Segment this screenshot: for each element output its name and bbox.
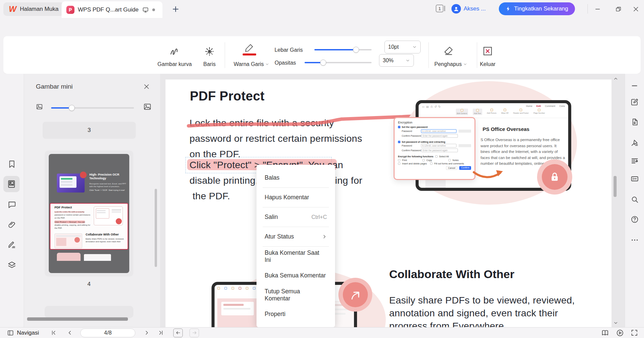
draw-curve-button[interactable] <box>161 43 188 60</box>
checkbox-icon[interactable] <box>448 159 451 161</box>
page-4-thumbnail[interactable]: High- Precision OCR Technology Recognize… <box>45 151 133 276</box>
opacity-value-dropdown[interactable]: 30% <box>379 54 414 67</box>
help-icon[interactable] <box>630 215 639 224</box>
sidebar-comments-icon[interactable] <box>7 200 17 209</box>
wps-logo: W <box>9 4 17 14</box>
encryption-dialog: Encryption ✓Set the open password Passwo… <box>394 117 475 180</box>
doc-scroll-up-arrow[interactable] <box>612 75 619 82</box>
panel-close-icon[interactable] <box>142 83 151 91</box>
thumb-protect-line: Click 'Protect' > 'Encrypt'. You can <box>54 221 85 223</box>
password-input[interactable]: 6-128 bit, case sensitive <box>421 129 457 133</box>
laptop-card <box>221 302 254 315</box>
last-page-button[interactable] <box>156 329 166 337</box>
panel-horizontal-scrollbar[interactable] <box>27 317 128 321</box>
export-doc-icon[interactable] <box>630 117 639 126</box>
page-4-preview: High- Precision OCR Technology Recognize… <box>49 154 129 273</box>
checkbox-checked-icon[interactable]: ✓ <box>398 126 400 128</box>
window-count-badge[interactable]: 1 <box>436 5 445 12</box>
restore-button[interactable] <box>614 5 623 14</box>
more-tools-icon[interactable] <box>630 235 639 244</box>
sidebar-thumbnails-icon[interactable] <box>3 176 20 192</box>
thumb-ocr-line: Recognize scanned text, Excel, and PPT <box>89 182 126 185</box>
next-page-button[interactable] <box>141 329 152 337</box>
account-avatar[interactable] <box>451 4 461 14</box>
collapse-handle-icon[interactable] <box>632 85 637 86</box>
eraser-button[interactable] <box>438 44 459 58</box>
line-width-slider[interactable] <box>314 49 372 50</box>
sidebar-bookmark-icon[interactable] <box>7 159 17 169</box>
checkbox-icon[interactable] <box>430 162 432 165</box>
confirm-mini-button[interactable]: Confirm <box>459 166 471 170</box>
panel-vertical-scrollbar[interactable] <box>155 189 157 267</box>
checkbox-icon[interactable] <box>422 159 425 161</box>
edit-note-icon[interactable] <box>630 97 639 106</box>
read-mode-icon[interactable] <box>600 329 610 337</box>
checkbox-icon[interactable] <box>435 155 438 158</box>
view-forward-button[interactable] <box>190 329 199 337</box>
fullscreen-icon[interactable] <box>629 329 639 337</box>
monitor-icon <box>142 6 149 13</box>
new-tab-button[interactable] <box>171 5 180 14</box>
play-presentation-icon[interactable] <box>615 329 625 337</box>
opacity-slider[interactable] <box>305 62 372 63</box>
thumb-protect-line: password or restrict certain permissions <box>54 213 90 216</box>
line-width-slider-thumb[interactable] <box>353 47 359 53</box>
signature-pen-icon[interactable] <box>630 138 639 147</box>
ctx-salin[interactable]: SalinCtrl+C <box>257 207 335 227</box>
ctx-tutup-semua-komentar[interactable]: Tutup Semua Komentar <box>257 285 335 305</box>
close-button[interactable] <box>631 5 640 14</box>
draw-line-button[interactable] <box>199 43 220 60</box>
sidebar-signature-icon[interactable] <box>7 240 17 250</box>
sidebar-layers-icon[interactable] <box>7 261 17 270</box>
form-field-icon[interactable] <box>630 174 639 183</box>
ctx-properti[interactable]: Properti <box>257 305 335 324</box>
minimize-button[interactable] <box>593 5 602 14</box>
upgrade-button[interactable]: Tingkatkan Sekarang <box>499 2 575 15</box>
line-width-label: Lebar Garis <box>274 47 303 53</box>
thumb-collab-line: Easily share PDFs to be viewed, reviewed… <box>86 238 124 240</box>
titlebar-divider <box>587 4 588 14</box>
prev-page-button[interactable] <box>65 329 75 337</box>
account-name[interactable]: Akses ... <box>464 5 486 12</box>
titlebar: W Halaman Muka P WPS PDF Q...art Guide 1… <box>0 0 644 18</box>
doc-heading: PDF Protect <box>190 89 265 104</box>
first-page-button[interactable] <box>48 329 59 337</box>
ctx-buka-komentar-saat-ini[interactable]: Buka Komentar Saat Ini <box>257 247 335 266</box>
page-5-thumbnail-sliver[interactable] <box>45 306 133 318</box>
page-3-thumbnail[interactable]: 3 <box>43 122 136 139</box>
sidebar-attachment-icon[interactable] <box>7 220 17 229</box>
ctx-atur-status[interactable]: Atur Status <box>257 227 335 246</box>
thumb-zoom-slider-thumb[interactable] <box>69 105 75 111</box>
thumb-protect-line: the PDF. <box>54 227 62 229</box>
line-width-value-dropdown[interactable]: 10pt <box>384 41 421 53</box>
password-input-2[interactable]: 6-128 bit, case sensitive <box>421 144 457 148</box>
toolbar-divider-3 <box>477 42 477 68</box>
cancel-mini-button[interactable]: Cancel <box>446 166 458 170</box>
thumb-collab-screenshot <box>54 233 82 248</box>
opacity-slider-thumb[interactable] <box>320 60 326 66</box>
eraser-icon <box>443 45 454 57</box>
view-back-button[interactable] <box>173 329 183 337</box>
tab-document[interactable]: P WPS PDF Q...art Guide <box>62 1 162 18</box>
ctx-hapus-komentar[interactable]: Hapus Komentar <box>257 188 335 207</box>
exit-button[interactable] <box>480 44 495 58</box>
search-icon[interactable] <box>630 195 639 204</box>
checkbox-icon[interactable] <box>398 162 400 165</box>
line-color-button[interactable] <box>238 42 261 57</box>
checkbox-checked-icon[interactable]: ✓ <box>398 141 400 143</box>
thumb-protect-line: disable printing, copying, and editing f… <box>54 224 90 226</box>
pdf-file-icon: P <box>66 6 74 14</box>
ctx-buka-semua-komentar[interactable]: Buka Semua Komentar <box>257 266 335 285</box>
thumb-zoom-slider[interactable] <box>51 107 134 109</box>
tab-home[interactable]: W Halaman Muka <box>3 2 64 16</box>
page-indicator-input[interactable]: 4/8 <box>80 329 135 337</box>
ctx-balas[interactable]: Balas <box>257 168 335 187</box>
confirm-password-input[interactable]: Enter the password again <box>421 134 458 138</box>
layout-columns-icon[interactable] <box>630 156 639 165</box>
checkbox-icon[interactable] <box>398 159 400 161</box>
line-color-label: Warna Garis <box>234 61 269 67</box>
nav-panel-toggle[interactable]: Navigasi <box>7 329 39 337</box>
doc-scroll-down-arrow[interactable] <box>612 319 619 326</box>
confirm-password-input-2[interactable]: Enter the password again <box>421 149 458 152</box>
doc-vertical-scrollbar[interactable] <box>614 176 617 197</box>
